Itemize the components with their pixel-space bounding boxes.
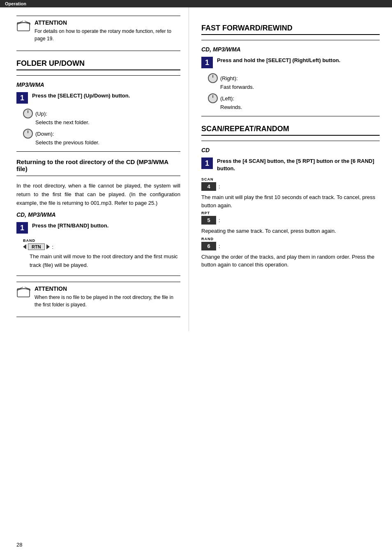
right-knob-label: (Right): (220, 75, 238, 81)
down-knob-label: (Down): (35, 131, 54, 137)
right-knob-row: (Right): (208, 73, 380, 83)
ff-step-1: 1 Press and hold the [SELECT] (Right/Lef… (201, 57, 380, 68)
scan-step-content: Press the [4 SCAN] button, the [5 RPT] b… (217, 158, 380, 172)
rpt-key-label: RPT (201, 211, 380, 215)
svg-rect-3 (17, 289, 30, 297)
rpt-key-row: 5 : (201, 216, 380, 225)
divider-2 (16, 151, 180, 152)
scan-step-number: 1 (201, 158, 213, 169)
scan-key-button: 4 (201, 182, 216, 191)
scan-step-label: Press the [4 SCAN] button, the [5 RPT] b… (217, 158, 380, 172)
left-knob-row: (Left): (208, 93, 380, 103)
attention-box-1: ATTENTION For details on how to operate … (16, 16, 180, 42)
scan-key-section: SCAN 4 : The main unit will play the fir… (201, 177, 380, 209)
right-column: FAST FORWARD/REWIND CD, MP3/WMA 1 Press … (189, 7, 392, 331)
rand-key-button: 6 (201, 242, 216, 250)
root-subsection: CD, MP3/WMA (16, 211, 180, 218)
rpt-colon: : (219, 217, 220, 223)
divider-scan-top (201, 116, 380, 116)
rpt-key-button: 5 (201, 216, 216, 225)
rpt-key-section: RPT 5 : Repeating the same track. To can… (201, 211, 380, 235)
rtn-inner: RTN (28, 243, 45, 250)
ff-subsection: CD, MP3/WMA (201, 46, 380, 53)
content-area: ATTENTION For details on how to operate … (0, 7, 392, 331)
band-rtn-area: BAND RTN : The main unit will move to th… (23, 239, 180, 270)
header-label: Operation (5, 1, 26, 6)
attention-box-2: ATTENTION When there is no file to be pl… (16, 282, 180, 308)
svg-rect-0 (17, 23, 30, 31)
divider-folder (16, 75, 180, 76)
root-step-content: Press the [RTN/BAND] button. (32, 222, 180, 229)
root-step-1: 1 Press the [RTN/BAND] button. (16, 222, 180, 234)
folder-step-label: Press the [SELECT] (Up/Down) button. (32, 92, 180, 100)
right-knob-icon (208, 73, 218, 83)
attention-title-row-2: ATTENTION (35, 285, 180, 292)
rtn-block: RTN : (23, 243, 180, 250)
right-knob-desc: Fast forwards. (220, 84, 380, 90)
ff-step-content: Press and hold the [SELECT] (Right/Left)… (217, 57, 380, 64)
root-section-title: Returning to the root directory of the C… (16, 158, 180, 172)
rand-key-label: RAND (201, 237, 380, 241)
left-knob-icon (208, 93, 218, 103)
up-knob-row: (Up): (23, 109, 180, 118)
page-wrapper: Operation ATTENTION (0, 0, 392, 556)
up-knob-desc: Selects the next folder. (35, 119, 180, 125)
divider-ff (201, 40, 380, 40)
divider-1 (16, 51, 180, 51)
left-knob-label: (Left): (220, 95, 234, 102)
band-label: BAND (23, 239, 180, 243)
rtn-arrow-right (46, 244, 50, 249)
attention-text-2: When there is no file to be played in th… (35, 294, 180, 308)
rand-key-desc: Change the order of the tracks, and play… (201, 253, 380, 269)
scan-key-row: 4 : (201, 182, 380, 191)
scan-colon: : (219, 183, 220, 190)
divider-root (16, 176, 180, 176)
left-column: ATTENTION For details on how to operate … (0, 7, 189, 331)
folder-step-1: 1 Press the [SELECT] (Up/Down) button. (16, 92, 180, 104)
folder-step-content: Press the [SELECT] (Up/Down) button. (32, 92, 180, 100)
ff-section-title: FAST FORWARD/REWIND (201, 24, 380, 35)
ff-step-label: Press and hold the [SELECT] (Right/Left)… (217, 57, 380, 64)
divider-scan (201, 141, 380, 141)
rtn-desc: The main unit will move to the root dire… (30, 253, 180, 270)
attention-title-row-1: ATTENTION (35, 19, 180, 26)
divider-4 (16, 317, 180, 317)
header-bar: Operation (0, 0, 392, 7)
rtn-colon: : (52, 244, 54, 250)
folder-step-number: 1 (16, 92, 28, 104)
rand-key-section: RAND 6 : Change the order of the tracks,… (201, 237, 380, 269)
scan-section-title: SCAN/REPEAT/RANDOM (201, 125, 380, 136)
rtn-arrow-left (23, 244, 26, 249)
scan-subsection: CD (201, 147, 380, 153)
down-knob-row: (Down): (23, 129, 180, 139)
scan-key-desc: The main unit will play the first 10 sec… (201, 193, 380, 209)
attention-content-2: ATTENTION When there is no file to be pl… (35, 285, 180, 308)
attention-title-2: ATTENTION (35, 285, 67, 292)
up-knob-label: (Up): (35, 111, 47, 117)
root-body-text: In the root directory, when a file canno… (16, 182, 180, 207)
down-knob-icon (23, 129, 33, 139)
attention-icon-2 (16, 285, 31, 300)
root-step-number: 1 (16, 222, 28, 234)
page-number: 28 (16, 542, 22, 548)
attention-icon-1 (16, 19, 31, 34)
ff-step-number: 1 (201, 57, 213, 68)
attention-title-1: ATTENTION (35, 19, 67, 26)
folder-subsection: MP3/WMA (16, 81, 180, 88)
up-knob-icon (23, 109, 33, 118)
rand-colon: : (219, 243, 220, 249)
left-knob-desc: Rewinds. (220, 104, 380, 110)
divider-3 (16, 276, 180, 276)
scan-step-1: 1 Press the [4 SCAN] button, the [5 RPT]… (201, 158, 380, 172)
attention-text-1: For details on how to operate the rotary… (35, 28, 180, 42)
down-knob-desc: Selects the previous folder. (35, 139, 180, 146)
rpt-key-desc: Repeating the same track. To cancel, pre… (201, 227, 380, 235)
attention-content-1: ATTENTION For details on how to operate … (35, 19, 180, 42)
rand-key-row: 6 : (201, 242, 380, 250)
rtn-label: RTN (32, 244, 41, 249)
scan-key-label: SCAN (201, 177, 380, 181)
root-step-label: Press the [RTN/BAND] button. (32, 222, 180, 229)
section-folder-title: FOLDER UP/DOWN (16, 59, 180, 70)
